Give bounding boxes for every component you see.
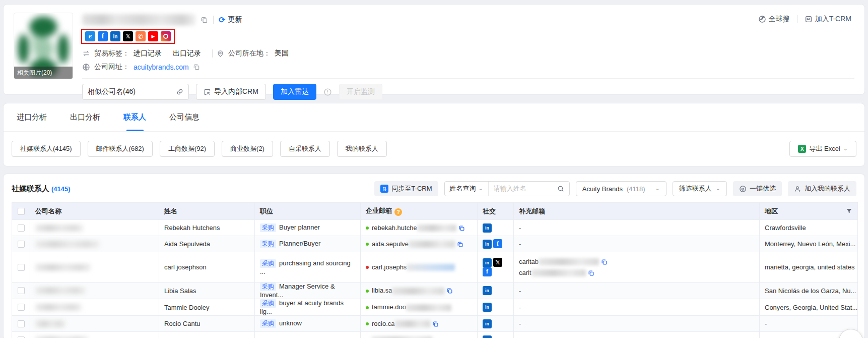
export-excel-button[interactable]: X 导出 Excel ⌄: [789, 141, 856, 157]
help-icon[interactable]: ?: [394, 208, 402, 216]
company-select[interactable]: Acuity Brands (4118) ⌄: [576, 181, 666, 196]
export-records-link[interactable]: 出口记录: [173, 49, 201, 58]
contact-name: Tammie Dooley: [159, 299, 255, 316]
filter-funnel-icon[interactable]: [846, 208, 852, 214]
enable-monitoring-button[interactable]: 开启监测: [339, 84, 382, 100]
one-click-select-button[interactable]: 一键优选: [733, 181, 782, 196]
region: marietta, georgia, united states: [760, 252, 858, 283]
email-prefix: libia.sa: [372, 287, 392, 294]
copy-email-icon[interactable]: [446, 288, 453, 294]
company-redacted: [35, 264, 91, 271]
linkedin-icon[interactable]: in: [110, 31, 120, 41]
name-query-dropdown[interactable]: 姓名查询 ⌄: [445, 182, 489, 196]
linkedin-icon[interactable]: in: [483, 303, 492, 312]
filter-my-contacts[interactable]: 我的联系人: [337, 141, 387, 157]
row-checkbox[interactable]: [18, 320, 25, 327]
table-row[interactable]: carl josephson 采购purchasing and sourcing…: [12, 252, 858, 283]
table-row[interactable]: Rocio Cantu 采购unknow rocio.ca in - -: [12, 316, 858, 332]
table-row[interactable]: Libia Salas 采购Manager Service & Invent..…: [12, 283, 858, 299]
related-images-label[interactable]: 相关图片(20): [14, 67, 73, 79]
linkedin-icon[interactable]: in: [483, 258, 492, 267]
row-checkbox[interactable]: [18, 224, 25, 232]
linkedin-icon[interactable]: in: [483, 223, 492, 233]
filter-social-contacts[interactable]: 社媒联系人(4145): [12, 141, 81, 157]
tabs-card: 进口分析 出口分析 联系人 公司信息 社媒联系人(4145) 邮件联系人(682…: [3, 103, 865, 166]
extra-email: -: [514, 299, 760, 316]
region: San Nicolás de los Garza, Nu...: [760, 283, 858, 299]
facebook-icon[interactable]: f: [98, 31, 108, 41]
phone-icon[interactable]: ✆: [136, 31, 146, 41]
info-icon[interactable]: [323, 88, 332, 96]
person-add-icon: [794, 185, 802, 193]
facebook-icon[interactable]: f: [483, 267, 492, 276]
join-radar-label: 加入雷达: [281, 87, 309, 96]
copy-email-icon[interactable]: [457, 241, 463, 248]
divider: [82, 78, 854, 79]
tab-import-analysis[interactable]: 进口分析: [17, 103, 47, 131]
name-search-input[interactable]: 请输入姓名: [489, 182, 569, 196]
company-redacted: [35, 320, 65, 327]
row-checkbox[interactable]: [18, 304, 25, 311]
filter-commercial-data[interactable]: 商业数据(2): [222, 141, 273, 157]
filter-email-contacts[interactable]: 邮件联系人(682): [88, 141, 153, 157]
join-radar-button[interactable]: 加入雷达: [273, 84, 316, 100]
similar-companies-dropdown[interactable]: 相似公司名(46): [82, 84, 189, 100]
col-email: 企业邮箱?: [361, 203, 478, 220]
col-name: 姓名: [159, 203, 255, 220]
contact-source-filters: 社媒联系人(4145) 邮件联系人(682) 工商数据(92) 商业数据(2) …: [4, 132, 864, 157]
website-label: 公司网址：: [94, 63, 129, 72]
row-checkbox[interactable]: [18, 336, 25, 338]
join-tcrm-button[interactable]: 加入T-CRM: [805, 15, 851, 24]
location-value: 美国: [275, 49, 289, 58]
table-row[interactable]: in: [12, 332, 858, 338]
table-row[interactable]: Rebekah Hutchens 采购Buyer planner rebekah…: [12, 220, 858, 236]
copy-company-name-icon[interactable]: [201, 16, 208, 24]
copy-website-icon[interactable]: [193, 64, 200, 71]
add-my-contacts-button[interactable]: 加入我的联系人: [788, 181, 856, 196]
import-records-link[interactable]: 进口记录: [133, 49, 162, 58]
extra-email-prefix: carltab: [519, 258, 539, 265]
linkedin-icon[interactable]: in: [483, 286, 492, 295]
filter-contacts-dropdown[interactable]: 筛选联系人 ⌄: [673, 181, 727, 196]
row-checkbox[interactable]: [18, 287, 25, 294]
region: -: [760, 316, 858, 332]
copy-email-icon[interactable]: [432, 321, 439, 327]
website-link[interactable]: acuitybrands.com: [133, 63, 189, 71]
update-button[interactable]: ⟳ 更新: [219, 15, 242, 25]
global-search-button[interactable]: 全球搜: [758, 15, 790, 24]
youtube-icon[interactable]: ▶: [148, 31, 158, 41]
instagram-icon[interactable]: [161, 31, 171, 41]
x-icon[interactable]: 𝕏: [493, 258, 502, 267]
select-all-checkbox[interactable]: [18, 208, 25, 215]
filter-business-registry[interactable]: 工商数据(92): [160, 141, 215, 157]
chevron-down-icon: ⌄: [716, 185, 720, 192]
linkedin-icon[interactable]: in: [483, 319, 492, 328]
x-icon[interactable]: 𝕏: [123, 31, 133, 41]
sync-tcrm-button[interactable]: ⇅ 同步至T-CRM: [374, 181, 438, 196]
linkedin-icon[interactable]: in: [483, 240, 492, 249]
company-logo[interactable]: 相关图片(20): [14, 13, 73, 79]
copy-email-icon[interactable]: [588, 270, 594, 276]
table-row[interactable]: Aida Sepulveda 采购Planner/Buyer aida.sepu…: [12, 236, 858, 252]
linkedin-icon[interactable]: in: [483, 335, 492, 338]
ie-icon[interactable]: e: [85, 31, 95, 41]
import-internal-crm-button[interactable]: 导入内部CRM: [196, 84, 266, 100]
company-redacted: [35, 287, 86, 294]
tab-contacts[interactable]: 联系人: [123, 103, 146, 131]
email-redacted: [392, 288, 444, 295]
copy-email-icon[interactable]: [458, 225, 465, 232]
extra-email: -: [514, 220, 760, 236]
tab-export-analysis[interactable]: 出口分析: [70, 103, 100, 131]
link-icon: [176, 88, 183, 95]
row-checkbox[interactable]: [18, 264, 25, 271]
facebook-icon[interactable]: f: [493, 239, 502, 248]
table-row[interactable]: Tammie Dooley 采购buyer at acuity brands l…: [12, 299, 858, 316]
contacts-section-card: 社媒联系人 (4145) ⇅ 同步至T-CRM 姓名查询 ⌄ 请输入姓名: [3, 174, 865, 338]
search-icon[interactable]: [557, 185, 564, 192]
filter-self-collected[interactable]: 自采联系人: [280, 141, 330, 157]
tab-company-info[interactable]: 公司信息: [169, 103, 199, 131]
col-extra-email: 补充邮箱: [514, 203, 760, 220]
company-redacted: [35, 336, 88, 338]
copy-email-icon[interactable]: [601, 259, 608, 265]
row-checkbox[interactable]: [18, 241, 25, 248]
